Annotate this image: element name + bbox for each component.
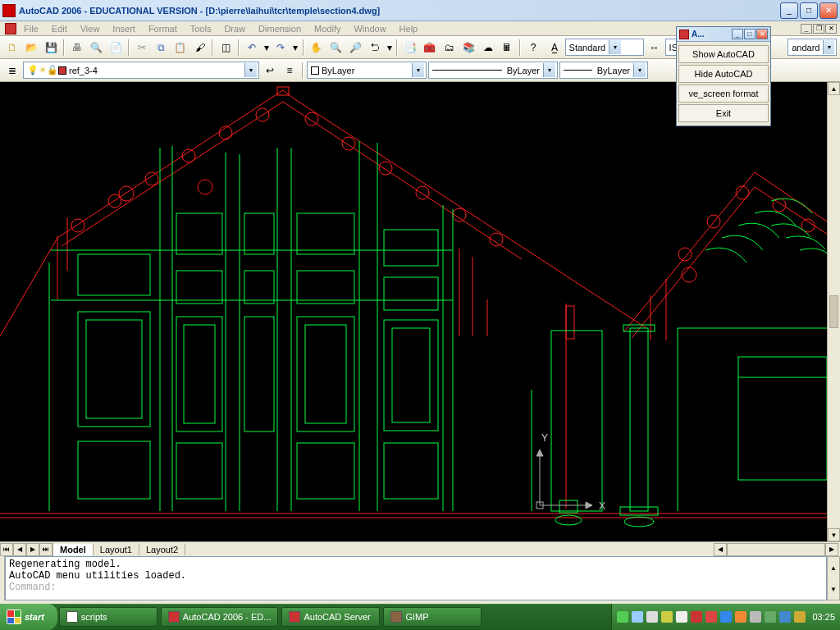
zoom-window-icon[interactable]: 🔎 [346, 39, 364, 57]
tray-icon[interactable] [794, 611, 806, 623]
new-icon[interactable]: 🗋 [3, 39, 21, 57]
dropdown-icon[interactable]: ▾ [412, 63, 424, 77]
layer-manager-icon[interactable]: ≣ [3, 62, 21, 80]
zoom-dropdown-icon[interactable]: ▾ [386, 39, 394, 57]
undo-icon[interactable]: ↶ [243, 39, 261, 57]
close-button[interactable]: ✕ [819, 2, 838, 19]
hscroll-left-icon[interactable]: ◀ [714, 543, 727, 556]
tray-network-icon[interactable] [632, 611, 643, 623]
dropdown-icon[interactable]: ▾ [609, 40, 621, 54]
layer-states-icon[interactable]: ≡ [281, 62, 299, 80]
tab-model[interactable]: Model [53, 544, 94, 555]
task-item[interactable]: GIMP [383, 607, 482, 627]
tab-last-icon[interactable]: ⏭ [39, 543, 52, 556]
tray-icon[interactable] [779, 611, 791, 623]
properties-icon[interactable]: 📑 [401, 39, 419, 57]
tab-prev-icon[interactable]: ◀ [13, 543, 26, 556]
menu-help[interactable]: Help [394, 22, 424, 35]
menu-draw[interactable]: Draw [218, 22, 251, 35]
popup-minimize[interactable]: _ [732, 29, 743, 39]
menu-file[interactable]: File [18, 22, 44, 35]
table-style-combo[interactable]: andard ▾ [788, 39, 837, 56]
dropdown-icon[interactable]: ▾ [543, 63, 555, 77]
undo-dropdown-icon[interactable]: ▾ [262, 39, 271, 57]
tab-layout2[interactable]: Layout2 [139, 544, 185, 555]
menu-edit[interactable]: Edit [46, 22, 73, 35]
floating-toolbar[interactable]: A... _ □ ✕ Show AutoCAD Hide AutoCAD ve_… [676, 26, 771, 126]
tray-icon[interactable] [750, 611, 761, 623]
popup-hide-autocad[interactable]: Hide AutoCAD [678, 65, 769, 83]
sheet-set-icon[interactable]: 📚 [459, 39, 477, 57]
layer-combo[interactable]: 💡 ☀ 🔓 ref_3-4 ▾ [23, 62, 259, 79]
doc-close[interactable]: ✕ [825, 24, 837, 34]
task-item[interactable]: AutoCAD 2006 - ED... [161, 607, 279, 627]
drawing-area[interactable]: Y X [0, 82, 840, 541]
tray-icon[interactable] [661, 611, 673, 623]
text-style-icon[interactable]: A̲ [546, 39, 564, 57]
tab-first-icon[interactable]: ⏮ [0, 543, 13, 556]
task-item[interactable]: AutoCAD Server [281, 607, 380, 627]
calc-icon[interactable]: 🖩 [499, 39, 517, 57]
plotpreview-icon[interactable]: 🔍 [88, 39, 106, 57]
doc-restore[interactable]: ❐ [813, 24, 824, 34]
popup-maximize[interactable]: □ [744, 29, 756, 39]
tray-icon[interactable] [765, 611, 776, 623]
command-text[interactable]: Regenerating model. AutoCAD menu utiliti… [5, 556, 827, 600]
menu-tools[interactable]: Tools [185, 22, 217, 35]
dropdown-icon[interactable]: ▾ [244, 63, 257, 77]
zoom-previous-icon[interactable]: ⮌ [366, 39, 384, 57]
dim-style-icon[interactable]: ↔ [646, 39, 664, 57]
redo-icon[interactable]: ↷ [272, 39, 290, 57]
markup-icon[interactable]: ☁ [479, 39, 497, 57]
layer-previous-icon[interactable]: ↩ [261, 62, 279, 80]
popup-close[interactable]: ✕ [756, 29, 768, 39]
tray-bluetooth-icon[interactable] [720, 611, 732, 623]
minimize-button[interactable]: _ [780, 2, 798, 19]
menu-insert[interactable]: Insert [107, 22, 141, 35]
color-combo[interactable]: ByLayer ▾ [307, 62, 427, 79]
matchprop-icon[interactable]: 🖌 [191, 39, 209, 57]
popup-show-autocad[interactable]: Show AutoCAD [678, 45, 769, 63]
open-icon[interactable]: 📂 [23, 39, 41, 57]
scroll-down-icon[interactable]: ▼ [828, 578, 839, 600]
publish-icon[interactable]: 📄 [107, 39, 125, 57]
popup-exit[interactable]: Exit [678, 104, 769, 122]
menu-modify[interactable]: Modify [308, 22, 346, 35]
save-icon[interactable]: 💾 [42, 39, 60, 57]
lineweight-combo[interactable]: ByLayer ▾ [559, 62, 648, 79]
dropdown-icon[interactable]: ▾ [633, 63, 646, 77]
help-icon[interactable]: ? [524, 39, 542, 57]
start-button[interactable]: start [0, 604, 57, 630]
clock[interactable]: 03:25 [812, 612, 835, 622]
tray-icon[interactable] [705, 611, 717, 623]
menu-window[interactable]: Window [348, 22, 391, 35]
command-scrollbar[interactable]: ▲ ▼ [827, 556, 840, 600]
menu-view[interactable]: View [75, 22, 106, 35]
hscroll-track[interactable] [727, 543, 825, 556]
dropdown-icon[interactable]: ▾ [823, 40, 834, 54]
task-item[interactable]: scripts [59, 607, 158, 627]
doc-minimize[interactable]: _ [801, 24, 812, 34]
scroll-up-icon[interactable]: ▲ [828, 82, 840, 95]
paste-icon[interactable]: 📋 [171, 39, 189, 57]
tray-shield-icon[interactable] [691, 611, 702, 623]
tray-icon[interactable] [617, 611, 628, 623]
tray-icon[interactable] [646, 611, 658, 623]
copy-icon[interactable]: ⧉ [152, 39, 170, 57]
cut-icon[interactable]: ✂ [133, 39, 151, 57]
hscroll-right-icon[interactable]: ▶ [825, 543, 838, 556]
block-editor-icon[interactable]: ◫ [217, 39, 235, 57]
text-style-combo[interactable]: Standard ▾ [565, 39, 644, 56]
scroll-down-icon[interactable]: ▼ [828, 528, 840, 541]
popup-screen-format[interactable]: ve_screen format [678, 84, 769, 103]
tray-volume-icon[interactable] [676, 611, 687, 623]
tab-layout1[interactable]: Layout1 [94, 544, 139, 555]
menu-dimension[interactable]: Dimension [253, 22, 307, 35]
tab-next-icon[interactable]: ▶ [26, 543, 39, 556]
design-center-icon[interactable]: 🧰 [421, 39, 439, 57]
menu-format[interactable]: Format [143, 22, 183, 35]
linetype-combo[interactable]: ByLayer ▾ [428, 62, 558, 79]
pan-icon[interactable]: ✋ [308, 39, 326, 57]
tray-icon[interactable] [735, 611, 746, 623]
scroll-thumb[interactable] [829, 295, 838, 328]
